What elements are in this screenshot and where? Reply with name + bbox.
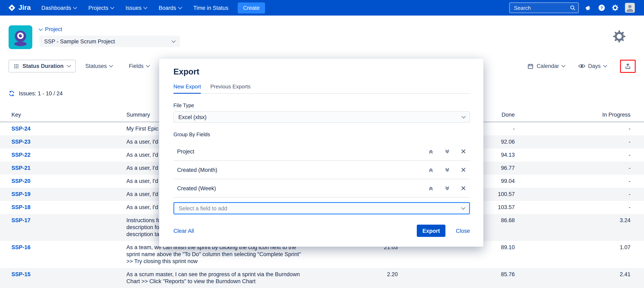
project-avatar [8, 25, 32, 49]
clear-all-link[interactable]: Clear All [174, 228, 194, 234]
add-field-placeholder: Select a field to add [179, 205, 227, 211]
chevron-down-icon [73, 5, 77, 9]
tab-previous-exports[interactable]: Previous Exports [210, 84, 250, 93]
issue-key-link[interactable]: SSP-19 [12, 188, 126, 201]
nav-search[interactable] [509, 2, 578, 13]
chevron-down-icon [39, 27, 43, 31]
nav-item-time-in-status[interactable]: Time in Status [193, 5, 228, 11]
view-selector-label: Status Duration [22, 63, 64, 69]
group-field-actions [428, 167, 466, 172]
nav-item-issues[interactable]: Issues [126, 5, 147, 11]
cell-in-progress: - [515, 148, 630, 162]
project-meta: Project SSP - Sample Scrum Project [39, 25, 180, 49]
column-header-in-progress[interactable]: In Progress [515, 111, 630, 118]
issue-key-link[interactable]: SSP-17 [12, 214, 126, 227]
breadcrumb[interactable]: Project [39, 26, 180, 32]
chevron-down-icon [461, 206, 465, 210]
cell-done: 85.76 [398, 268, 515, 281]
search-icon[interactable] [570, 5, 575, 11]
nav-item-label: Issues [126, 5, 142, 11]
jira-logo[interactable]: Jira [8, 4, 31, 12]
days-dropdown[interactable]: Days [578, 63, 606, 69]
nav-item-label: Projects [88, 5, 108, 11]
settings-gear-icon[interactable] [611, 4, 619, 12]
user-avatar[interactable] [625, 3, 634, 13]
move-down-icon[interactable] [444, 186, 450, 191]
chevron-down-icon [172, 38, 176, 42]
cell-in-progress: 1.07 [515, 241, 630, 254]
toolbar-right-cluster: Calendar Days [527, 60, 636, 72]
nav-item-projects[interactable]: Projects [88, 5, 114, 11]
remove-field-icon[interactable] [461, 149, 466, 154]
add-field-select[interactable]: Select a field to add [174, 202, 470, 214]
app-root: Jira Dashboards Projects Issues Boards T… [0, 0, 644, 304]
chevron-down-icon [562, 63, 566, 67]
column-header-key[interactable]: Key [12, 111, 126, 118]
chevron-down-icon [109, 63, 113, 67]
export-submit-button[interactable]: Export [416, 224, 446, 237]
issue-key-link[interactable]: SSP-15 [12, 268, 126, 281]
move-up-icon[interactable] [428, 149, 434, 154]
modal-title: Export [174, 67, 470, 76]
statuses-dropdown[interactable]: Statuses [85, 63, 112, 69]
top-nav: Jira Dashboards Projects Issues Boards T… [0, 0, 644, 16]
cell-in-progress: - [515, 122, 630, 136]
calendar-dropdown[interactable]: Calendar [527, 63, 565, 69]
file-type-value: Excel (xlsx) [178, 114, 206, 120]
remove-field-icon[interactable] [461, 167, 466, 172]
issue-key-link[interactable]: SSP-18 [12, 201, 126, 214]
export-button[interactable] [620, 60, 636, 72]
nav-item-label: Boards [159, 5, 176, 11]
cell-in-progress: - [515, 188, 630, 201]
close-link[interactable]: Close [456, 228, 470, 234]
svg-text:?: ? [600, 6, 603, 10]
calendar-icon [527, 63, 534, 69]
issue-key-link[interactable]: SSP-21 [12, 162, 126, 175]
tab-new-export[interactable]: New Export [174, 84, 201, 94]
chevron-down-icon [462, 114, 466, 118]
nav-right-cluster: ? [509, 2, 634, 13]
issue-summary: As a scrum master, I can see the progres… [126, 268, 304, 288]
page-settings-gear-icon[interactable] [612, 30, 626, 45]
group-field-label: Created (Month) [177, 167, 218, 173]
remove-field-icon[interactable] [461, 186, 466, 191]
cell-mid: 2.20 [304, 268, 398, 281]
nav-item-label: Dashboards [42, 5, 71, 11]
fields-dropdown[interactable]: Fields [129, 63, 149, 69]
nav-item-dashboards[interactable]: Dashboards [42, 5, 77, 11]
move-down-icon[interactable] [444, 149, 450, 154]
nav-item-boards[interactable]: Boards [159, 5, 182, 11]
issue-key-link[interactable]: SSP-24 [12, 122, 126, 136]
table-row: SSP-15 As a scrum master, I can see the … [0, 268, 644, 288]
move-down-icon[interactable] [444, 167, 450, 172]
issue-key-link[interactable]: SSP-16 [12, 241, 126, 254]
move-up-icon[interactable] [428, 186, 434, 191]
project-select-value: SSP - Sample Scrum Project [44, 38, 115, 44]
cell-in-progress: - [515, 136, 630, 148]
group-field-label: Created (Week) [177, 185, 216, 191]
move-up-icon[interactable] [428, 167, 434, 172]
cell-in-progress: 3.24 [515, 214, 630, 227]
file-type-select[interactable]: Excel (xlsx) [174, 111, 470, 123]
fields-label: Fields [129, 63, 144, 69]
jira-logo-text: Jira [18, 4, 31, 12]
help-icon[interactable]: ? [598, 4, 605, 12]
issue-key-link[interactable]: SSP-20 [12, 175, 126, 188]
feedback-megaphone-icon[interactable] [585, 4, 592, 11]
issue-key-link[interactable]: SSP-23 [12, 136, 126, 148]
group-field-actions [428, 149, 466, 154]
chevron-down-icon [146, 63, 150, 67]
group-by-fields-label: Group By Fields [174, 132, 470, 138]
cell-in-progress: - [515, 162, 630, 175]
modal-footer: Clear All Export Close [174, 224, 470, 237]
project-select[interactable]: SSP - Sample Scrum Project [39, 36, 180, 47]
view-selector-button[interactable]: Status Duration [8, 60, 76, 72]
create-button[interactable]: Create [238, 2, 265, 13]
group-by-fields-list: Project Created (Month) [174, 142, 470, 198]
chevron-down-icon [143, 5, 148, 9]
search-input[interactable] [513, 4, 570, 11]
issue-key-link[interactable]: SSP-22 [12, 148, 126, 162]
jira-logo-icon [8, 4, 16, 12]
project-header: Project SSP - Sample Scrum Project [0, 16, 644, 49]
refresh-icon[interactable] [8, 90, 15, 96]
